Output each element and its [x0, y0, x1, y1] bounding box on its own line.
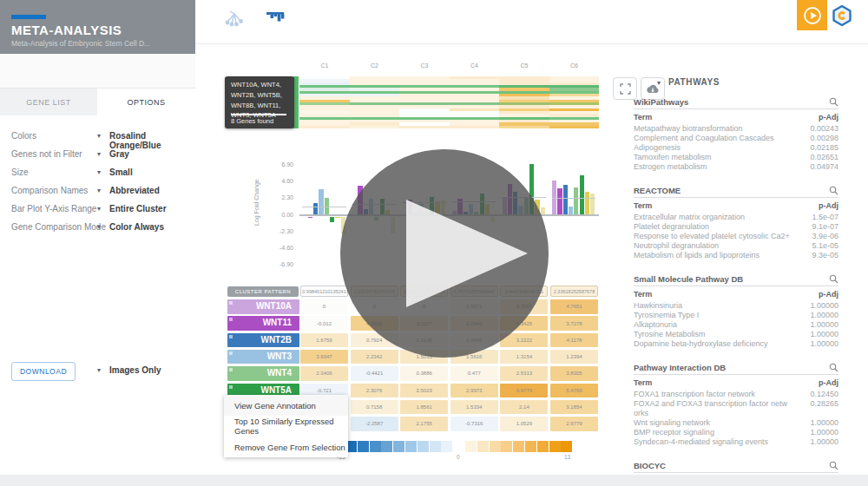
table-cell[interactable]: 0.7924: [351, 333, 398, 348]
table-cell[interactable]: 1.8561: [400, 400, 448, 415]
download-mode-select[interactable]: Images Only: [109, 365, 161, 375]
table-cell[interactable]: 2.3076: [351, 384, 398, 398]
bar-WNT4-C2[interactable]: [374, 217, 378, 220]
option-value-select[interactable]: Entire Cluster: [109, 204, 167, 213]
bar-WNT5A-C4[interactable]: [480, 194, 484, 215]
gene-row-handle[interactable]: [229, 301, 233, 305]
heatmap-cell[interactable]: [350, 126, 400, 128]
table-cell[interactable]: 5.4756: [550, 384, 598, 398]
bar-WNT3-C1[interactable]: [319, 189, 323, 215]
gene-row-label-WNT10A[interactable]: WNT10A: [227, 299, 299, 314]
table-cell[interactable]: 1.5616: [450, 350, 498, 364]
pathway-term-row[interactable]: FOXA2 and FOXA3 transcription factor net…: [634, 399, 838, 418]
option-value-select[interactable]: Small: [109, 167, 133, 177]
table-cell[interactable]: -2.2587: [351, 417, 398, 431]
bar-WNT5A-C6[interactable]: [580, 175, 584, 215]
table-cell[interactable]: 2.5313: [500, 366, 548, 381]
chevron-down-icon[interactable]: ▾: [97, 150, 101, 158]
chevron-down-icon[interactable]: ▾: [97, 132, 101, 140]
cluster-header-value[interactable]: 2.33618252587678: [550, 286, 598, 297]
table-cell[interactable]: 2.2942: [450, 316, 498, 331]
search-icon[interactable]: [829, 95, 838, 110]
bar-WNT2B-C1[interactable]: [313, 203, 318, 215]
table-cell[interactable]: 2.5023: [400, 384, 448, 398]
option-value-select[interactable]: Gray: [109, 149, 129, 159]
context-menu-item[interactable]: View Gene Annotation: [224, 395, 348, 416]
gene-row-handle[interactable]: [229, 385, 233, 389]
table-cell[interactable]: 0.2145: [400, 333, 448, 348]
pathway-term-row[interactable]: Metabolism of lipids and lipoproteins9.3…: [634, 251, 838, 260]
gene-group-row[interactable]: ▾ ALL GENES wnt 8: [0, 54, 195, 89]
table-cell[interactable]: 2.1755: [400, 417, 448, 431]
chevron-down-icon[interactable]: ▾: [97, 205, 101, 213]
table-cell[interactable]: 3.6047: [300, 350, 348, 364]
gene-row-label-WNT11[interactable]: WNT11: [227, 316, 299, 331]
table-cell[interactable]: 4.1178: [550, 333, 598, 348]
bar-WNT10A-C5[interactable]: [503, 198, 507, 215]
table-cell[interactable]: 2.14: [500, 400, 548, 415]
cluster-pattern-chip[interactable]: CLUSTER PATTERN: [227, 286, 299, 297]
download-button[interactable]: DOWNLOAD: [11, 362, 76, 381]
table-cell[interactable]: 4.0826: [351, 316, 398, 331]
bar-WNT4-C6[interactable]: [574, 187, 578, 215]
pathway-term-row[interactable]: Platelet degranulation9.1e-07: [634, 222, 838, 232]
option-value-select[interactable]: Abbreviated: [109, 186, 160, 195]
heatmap-cell[interactable]: [399, 126, 450, 128]
app-logo-icon[interactable]: [831, 4, 853, 27]
bar-WNT5A-C3[interactable]: [430, 197, 434, 215]
option-value-select[interactable]: Color Always: [109, 222, 164, 232]
table-cell[interactable]: 3.7278: [550, 316, 598, 331]
bar-series7-C6[interactable]: [590, 194, 595, 215]
cluster-header-value[interactable]: 2.4482948196251: [500, 286, 548, 297]
gene-row-label-WNT4[interactable]: WNT4: [227, 366, 299, 381]
table-cell[interactable]: 2.9973: [450, 384, 498, 398]
pathway-term-row[interactable]: Neutrophil degranulation5.1e-05: [634, 241, 838, 251]
pathway-term-row[interactable]: Adipogenesis0.02185: [634, 143, 838, 153]
table-cell[interactable]: 0.4669: [450, 333, 498, 348]
gene-row-label-WNT2B[interactable]: WNT2B: [227, 333, 299, 348]
table-cell[interactable]: 0.3886: [400, 366, 448, 381]
cluster-header-value[interactable]: 1.74796855599942: [450, 286, 498, 297]
table-cell[interactable]: 1.2394: [550, 350, 598, 364]
heatmap-cell[interactable]: [299, 126, 350, 128]
bar-WNT4-C5[interactable]: [524, 197, 529, 215]
table-cell[interactable]: 1.5334: [450, 400, 498, 415]
table-cell[interactable]: 0: [400, 299, 448, 314]
pathway-term-row[interactable]: Tyrosinemia Type I1.00000: [634, 311, 838, 320]
search-icon[interactable]: [829, 360, 838, 376]
pathway-term-row[interactable]: Complement and Coagulation Cascades0.002…: [634, 134, 838, 143]
pathway-term-row[interactable]: Alkaptonuria1.00000: [634, 320, 838, 330]
gene-row-handle[interactable]: [229, 318, 233, 321]
heatmap-cell[interactable]: [549, 126, 600, 128]
pathway-term-row[interactable]: BMP receptor signaling1.00000: [634, 428, 838, 437]
bar-series7-C2[interactable]: [391, 217, 395, 233]
cluster-header-value[interactable]: 1.56027737198739: [400, 286, 448, 297]
bar-WNT11-C5[interactable]: [508, 184, 512, 215]
table-cell[interactable]: 3.1854: [550, 400, 598, 415]
table-cell[interactable]: 0.477: [450, 366, 498, 381]
pathway-term-row[interactable]: Tamoxifen metabolism0.02651: [634, 153, 838, 162]
heatmap-cell[interactable]: [450, 126, 500, 128]
pathway-term-row[interactable]: Metapathway biotransformation0.00243: [634, 124, 838, 134]
gene-row-handle[interactable]: [229, 368, 233, 371]
chevron-down-icon[interactable]: ▾: [97, 187, 101, 194]
pathway-term-row[interactable]: Wnt signaling network1.00000: [634, 418, 838, 428]
search-icon[interactable]: [829, 272, 838, 287]
table-cell[interactable]: -0.012: [300, 316, 348, 331]
table-cell[interactable]: 1.0529: [500, 417, 548, 431]
pathways-collapse-icon[interactable]: ▾: [657, 79, 661, 87]
context-menu-item[interactable]: Remove Gene From Selection: [224, 437, 348, 457]
search-icon[interactable]: [829, 458, 838, 474]
table-cell[interactable]: 6.9779: [500, 384, 548, 398]
table-cell[interactable]: -0.7316: [450, 417, 498, 431]
bar-WNT11-C2[interactable]: [358, 186, 362, 215]
cluster-header-value[interactable]: 1.23324793378265: [351, 286, 398, 297]
bar-series6-C6[interactable]: [585, 192, 589, 215]
table-cell[interactable]: 0.5571: [450, 299, 498, 314]
table-cell[interactable]: 3.8305: [550, 366, 598, 381]
bar-series7-C1[interactable]: [341, 217, 345, 233]
bar-WNT5A-C5[interactable]: [529, 164, 534, 215]
pathway-term-row[interactable]: Estrogen metabolism0.04974: [634, 162, 838, 172]
table-cell[interactable]: 4.3425: [500, 316, 548, 331]
pathway-term-row[interactable]: Syndecan-4-mediated signaling events1.00…: [634, 437, 838, 447]
